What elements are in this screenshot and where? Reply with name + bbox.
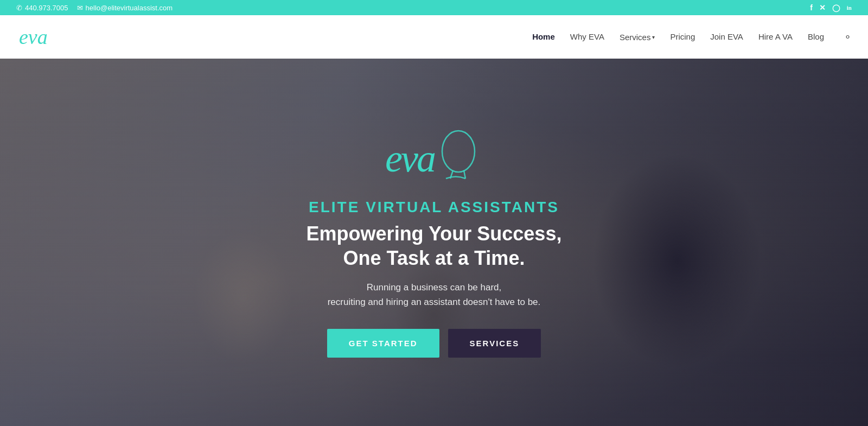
hero-content: eva ELITE VIRTUAL ASSISTANTS Empowering … bbox=[296, 127, 573, 358]
x-twitter-icon[interactable]: ✕ bbox=[819, 3, 826, 12]
get-started-button[interactable]: GET STARTED bbox=[327, 329, 439, 358]
svg-point-1 bbox=[442, 131, 475, 172]
social-links: f ✕ ◯ in bbox=[810, 3, 852, 12]
top-bar-left: ✆ 440.973.7005 ✉ hello@elitevirtualassis… bbox=[16, 4, 799, 12]
nav-link-blog[interactable]: Blog bbox=[808, 32, 824, 41]
svg-line-3 bbox=[464, 170, 465, 179]
svg-text:eva: eva bbox=[385, 137, 435, 180]
hero-brand-name: ELITE VIRTUAL ASSISTANTS bbox=[307, 199, 562, 216]
phone-number: 440.973.7005 bbox=[25, 4, 68, 12]
logo-svg: eva bbox=[16, 21, 54, 51]
services-dropdown-icon[interactable]: ▾ bbox=[652, 34, 655, 40]
facebook-icon[interactable]: f bbox=[810, 3, 813, 12]
hero-logo-svg: eva bbox=[374, 127, 494, 192]
nav-link-pricing[interactable]: Pricing bbox=[670, 32, 695, 41]
nav-link-why-eva[interactable]: Why EVA bbox=[570, 32, 604, 41]
email-address[interactable]: hello@elitevirtualassist.com bbox=[86, 4, 173, 12]
search-icon[interactable]: ⚬ bbox=[844, 31, 852, 42]
nav-item-pricing[interactable]: Pricing bbox=[670, 32, 695, 42]
hero-tagline-line1: Empowering Your Success, bbox=[307, 222, 562, 245]
phone-info: ✆ 440.973.7005 bbox=[16, 4, 68, 12]
nav-item-join-eva[interactable]: Join EVA bbox=[710, 32, 743, 42]
hero-buttons: GET STARTED SERVICES bbox=[307, 329, 562, 358]
nav-item-why-eva[interactable]: Why EVA bbox=[570, 32, 604, 42]
svg-text:eva: eva bbox=[19, 26, 48, 48]
nav-link-services[interactable]: Services bbox=[620, 33, 651, 42]
nav-item-home[interactable]: Home bbox=[532, 32, 555, 42]
hero-section: eva ELITE VIRTUAL ASSISTANTS Empowering … bbox=[0, 59, 868, 426]
nav-links: Home Why EVA Services ▾ Pricing Join EVA… bbox=[532, 31, 852, 43]
hero-tagline: Empowering Your Success, One Task at a T… bbox=[307, 221, 562, 270]
hero-tagline-line2: One Task at a Time. bbox=[343, 247, 525, 269]
nav-link-join-eva[interactable]: Join EVA bbox=[710, 32, 743, 41]
nav-item-blog[interactable]: Blog bbox=[808, 32, 824, 42]
nav-item-services[interactable]: Services ▾ bbox=[620, 33, 655, 42]
hero-logo-mark: eva bbox=[374, 127, 494, 194]
navbar: eva Home Why EVA Services ▾ Pricing Join… bbox=[0, 15, 868, 59]
email-info: ✉ hello@elitevirtualassist.com bbox=[77, 4, 173, 12]
email-icon: ✉ bbox=[77, 4, 83, 12]
phone-icon: ✆ bbox=[16, 4, 22, 12]
nav-link-home[interactable]: Home bbox=[532, 32, 555, 41]
nav-search[interactable]: ⚬ bbox=[839, 31, 852, 43]
instagram-icon[interactable]: ◯ bbox=[832, 4, 840, 12]
services-button[interactable]: SERVICES bbox=[448, 329, 541, 358]
nav-link-hire-va[interactable]: Hire A VA bbox=[758, 32, 793, 41]
top-bar: ✆ 440.973.7005 ✉ hello@elitevirtualassis… bbox=[0, 0, 868, 15]
hero-subtext: Running a business can be hard, recruiti… bbox=[307, 280, 562, 309]
nav-item-hire-va[interactable]: Hire A VA bbox=[758, 32, 793, 42]
hero-subtext-line2: recruiting and hiring an assistant doesn… bbox=[328, 297, 541, 307]
linkedin-icon[interactable]: in bbox=[847, 4, 852, 11]
hero-subtext-line1: Running a business can be hard, bbox=[367, 282, 502, 293]
site-logo[interactable]: eva bbox=[16, 21, 54, 53]
